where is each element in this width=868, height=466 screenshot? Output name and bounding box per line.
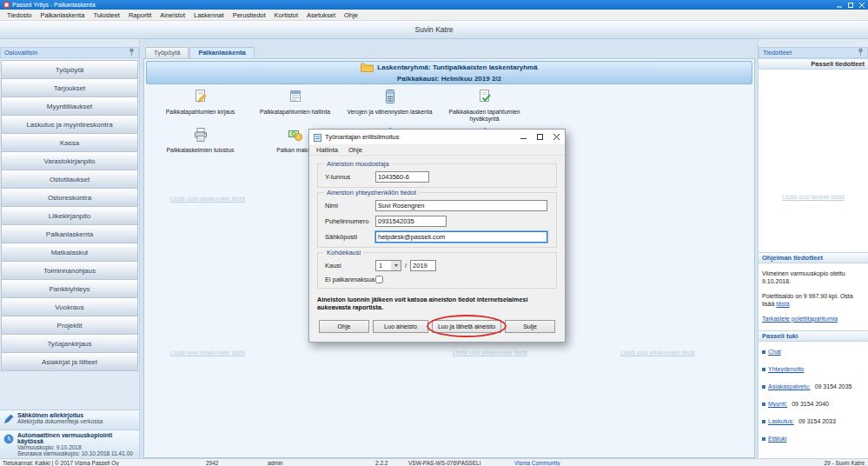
support-item-yhteydenotto: Yhteydenotto <box>762 366 865 372</box>
shortcut-palkkalaskelmien-tulostus[interactable]: Palkkalaskelmien tulostus <box>153 127 248 154</box>
statusbar-user-company: 29 - Suvin Katre <box>824 460 865 466</box>
menu-kortistot[interactable]: Kortistot <box>270 10 303 21</box>
dialog-title: Työnantajan erillisilmoitus <box>325 133 512 141</box>
sidebar-item-liikekirjanpito[interactable]: Liikekirjanpito <box>1 206 138 225</box>
program-news-body: Viimeinen varmuuskopio otettu 9.10.2018.… <box>759 263 868 330</box>
group-legend: Aineiston muodostaja <box>324 160 392 168</box>
folder-icon <box>361 63 374 75</box>
puhelinnumero-label: Puhelinnumero <box>325 217 375 225</box>
dialog-minimize-button[interactable] <box>515 130 532 144</box>
menu-raportit[interactable]: Raportit <box>124 10 156 21</box>
nimi-input[interactable] <box>375 200 547 211</box>
shortcut-label: Palkkakauden tapahtumien hyväksyntä <box>437 109 532 123</box>
dialog-maximize-button[interactable] <box>532 130 548 144</box>
menu-asetukset[interactable]: Asetukset <box>302 10 340 21</box>
dialog-menu-ohje[interactable]: Ohje <box>343 144 368 155</box>
kausi-select[interactable]: 1 <box>375 260 401 271</box>
add-shortcut-placeholder[interactable]: Lisää uusi pikakuvake tästä <box>170 350 245 356</box>
customer-service-link[interactable]: Asiakaspalvelu: <box>768 383 811 389</box>
billing-link[interactable]: Laskutus: <box>768 418 794 424</box>
dialog-note: Aineiston luonnin jälkeen voit katsoa ai… <box>317 296 545 312</box>
poletti-events-link[interactable]: Tarkastele polettitapahtumia <box>762 316 838 322</box>
add-shortcut-placeholder[interactable]: Lisää uusi pikakuvake tästä <box>170 196 245 202</box>
kausi-selected-value: 1 <box>379 262 382 270</box>
edit-document-icon <box>193 89 209 108</box>
contact-link[interactable]: Yhteydenotto <box>768 366 804 372</box>
sahkoposti-label: Sähköposti <box>325 233 375 241</box>
dialog-menubar: Hallinta Ohje <box>309 144 565 156</box>
puhelinnumero-input[interactable] <box>375 216 447 227</box>
menu-tiedosto[interactable]: Tiedosto <box>3 10 36 21</box>
menu-laskennat[interactable]: Laskennat <box>189 10 229 21</box>
backup-panel-line2: Seuraava varmuuskopio: 10.10.2018 11.41.… <box>17 450 136 456</box>
luo-ja-laheta-aineisto-button[interactable]: Luo ja lähetä aineisto <box>432 320 501 333</box>
ytunnus-input[interactable] <box>375 171 429 183</box>
program-news-header: Ohjelman tiedotteet <box>759 252 868 263</box>
tab-tyopoyta[interactable]: Työpöytä <box>145 47 189 58</box>
luo-aineisto-button[interactable]: Luo aineisto <box>373 320 428 333</box>
sidebar-item-asiakirjat-ja-liitteet[interactable]: Asiakirjat ja liitteet <box>1 352 138 371</box>
nimi-label: Nimi <box>325 202 375 210</box>
menu-aineistot[interactable]: Aineistot <box>156 10 189 21</box>
remote-support-link[interactable]: Etätuki <box>768 436 786 442</box>
customer-service-number: 09 3154 2035 <box>815 383 852 389</box>
shortcut-tapahtumien-hyvaksynta[interactable]: Palkkakauden tapahtumien hyväksyntä <box>437 89 532 123</box>
dialog-menu-hallinta[interactable]: Hallinta <box>311 144 343 155</box>
ei-palkanmaksua-label: Ei palkanmaksua <box>325 276 375 283</box>
sidebar-item-tyoajankirjaus[interactable]: Työajankirjaus <box>1 334 138 353</box>
dialog-titlebar[interactable]: Työnantajan erillisilmoitus <box>309 130 565 144</box>
sulje-button[interactable]: Sulje <box>505 320 555 333</box>
statusbar-version: 2.2.2 <box>375 460 388 466</box>
add-shortcut-placeholder[interactable]: Lisää uusi pikakuvake tästä <box>620 350 695 356</box>
backup-panel[interactable]: Automaattinen varmuuskopiointi käytössä … <box>0 429 139 458</box>
menu-perustiedot[interactable]: Perustiedot <box>229 10 270 21</box>
sidebar-item-matkalaskut[interactable]: Matkalaskut <box>1 243 138 262</box>
add-news-placeholder[interactable]: Lisää uusi tiedote tästä <box>782 194 845 200</box>
sidebar-item-pankkiyhteys[interactable]: Pankkiyhteys <box>1 279 138 298</box>
menu-palkanlaskenta[interactable]: Palkanlaskenta <box>36 10 89 21</box>
sales-link[interactable]: Myynti: <box>768 401 787 407</box>
document-list-icon <box>288 89 303 108</box>
ei-palkanmaksua-checkbox[interactable] <box>375 276 383 283</box>
menu-ohje[interactable]: Ohje <box>340 10 362 21</box>
poletti-link[interactable]: tästä <box>776 301 789 307</box>
sidebar-item-laskutus-ja-myyntireskontra[interactable]: Laskutus ja myyntireskontra <box>1 115 138 134</box>
sidebar-item-toiminnanohjaus[interactable]: Toiminnanohjaus <box>1 261 138 280</box>
menu-tulosteet[interactable]: Tulosteet <box>89 10 124 21</box>
shortcut-palkkatapahtumien-kirjaus[interactable]: Palkkatapahtumien kirjaus <box>153 89 248 123</box>
tab-palkanlaskenta[interactable]: Palkanlaskenta <box>189 47 254 58</box>
sahkoposti-input[interactable] <box>375 231 547 243</box>
sidebar-item-palkanlaskenta[interactable]: Palkanlaskenta <box>1 224 138 243</box>
bullet-icon <box>762 385 765 389</box>
shortcut-verojen-laskenta[interactable]: Verojen ja vähennysten laskenta <box>342 89 437 123</box>
shortcut-palkkatapahtumien-hallinta[interactable]: Palkkatapahtumien hallinta <box>248 89 342 123</box>
menubar: Tiedosto Palkanlaskenta Tulosteet Raport… <box>0 10 868 21</box>
vuosi-input[interactable] <box>410 260 436 271</box>
bullet-icon <box>762 437 765 441</box>
chat-link[interactable]: Chat <box>768 349 781 355</box>
group-yhteyshenkilon-tiedot: Aineiston yhteyshenkilön tiedot Nimi Puh… <box>317 192 557 248</box>
sidebar-item-ostotilaukset[interactable]: Ostotilaukset <box>1 170 138 189</box>
signature-panel[interactable]: Sähköinen allekirjoitus Allekirjoita dok… <box>0 409 139 429</box>
sidebar-item-vuokraus[interactable]: Vuokraus <box>1 297 138 316</box>
sidebar-item-varastokirjanpito[interactable]: Varastokirjanpito <box>1 151 138 170</box>
sidebar-item-kassa[interactable]: Kassa <box>1 133 138 152</box>
sidebar-item-myyntitilaukset[interactable]: Myyntitilaukset <box>1 97 138 116</box>
add-shortcut-placeholder[interactable]: Lisää uusi pikakuvake tästä <box>453 350 527 356</box>
window-close-button[interactable] <box>859 3 865 8</box>
support-item-asiakaspalvelu: Asiakaspalvelu:09 3154 2035 <box>762 383 865 389</box>
sidebar-item-tarjoukset[interactable]: Tarjoukset <box>1 78 138 97</box>
passeli-news-header: Passeli tiedotteet <box>759 58 868 70</box>
window-minimize-button[interactable] <box>837 3 842 8</box>
sidebar-item-tyopoyta[interactable]: Työpöytä <box>1 60 138 79</box>
pin-icon[interactable] <box>858 48 864 57</box>
sidebar-item-projektit[interactable]: Projektit <box>1 316 138 335</box>
dialog-close-button[interactable] <box>548 130 565 144</box>
visma-community-link[interactable]: Visma Community <box>514 460 560 466</box>
pin-icon[interactable] <box>129 48 135 57</box>
ohje-button[interactable]: Ohje <box>319 320 369 333</box>
sidebar-item-ostoreskontra[interactable]: Ostoreskontra <box>1 188 138 207</box>
window-maximize-button[interactable] <box>848 3 853 8</box>
kausi-separator: / <box>405 262 407 270</box>
passeli-news-body: Lisää uusi tiedote tästä <box>759 70 868 252</box>
